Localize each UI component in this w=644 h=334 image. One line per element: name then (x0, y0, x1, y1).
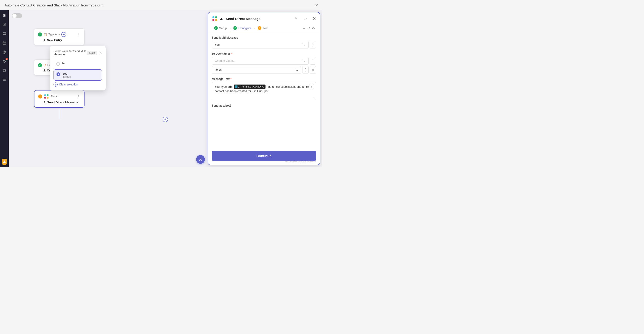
tab-setup-check: ✓ (214, 26, 218, 30)
panel-link-icon[interactable]: ⟳ (312, 26, 315, 30)
sidebar-item-download[interactable] (2, 22, 7, 27)
sidebar-item-clock[interactable] (2, 50, 7, 55)
reka-row: Reka ⌃⌄ ⋮ ✕ (212, 66, 316, 74)
sidebar: ⊞ 1 (0, 10, 9, 167)
page-title: Automate Contact Creation and Slack Noti… (4, 3, 103, 7)
node-menu-icon[interactable]: ⋮ (77, 32, 80, 37)
send-multi-message-menu[interactable]: ⋮ (310, 41, 316, 48)
version-text: ver. 2024-09-27T12:23-24300704 (285, 160, 316, 163)
message-text-label: Message Text * (212, 78, 316, 81)
node-trigger-icon[interactable] (61, 32, 66, 37)
chevrons-icon: ⌃⌄ (301, 59, 306, 62)
tab-setup[interactable]: ✓ Setup (212, 24, 229, 32)
tab-test-label: Test (263, 26, 268, 30)
tab-test-warn: ! (258, 26, 261, 30)
send-multi-message-value: Yes (215, 43, 220, 46)
dropdown-close-icon[interactable]: ✕ (99, 51, 102, 55)
reka-value-box[interactable]: Reka ⌃⌄ (212, 66, 301, 74)
tab-configure-label: Configure (238, 26, 251, 30)
svg-rect-16 (44, 94, 46, 96)
reka-menu[interactable]: ⋮ (302, 66, 309, 74)
option-yes-label: Yes (62, 72, 71, 75)
node-typeform[interactable]: ✓ 📋 Typeform ⋮ 1. New Entry (34, 28, 84, 45)
message-add-button[interactable]: + (309, 84, 314, 89)
message-text-area[interactable]: Your typeform 1. Form ID: VAg4pQnC has a… (212, 82, 316, 100)
svg-marker-15 (63, 34, 65, 36)
resize-handle: ⤡ (313, 96, 315, 99)
to-usernames-label: To Usernames * (212, 52, 316, 55)
node-status-check: ✓ (38, 32, 42, 36)
svg-rect-2 (3, 42, 6, 44)
radio-no (56, 62, 60, 66)
node-menu-icon[interactable]: ⋮ (77, 94, 80, 99)
sidebar-item-chat[interactable] (2, 31, 7, 36)
svg-rect-20 (212, 16, 214, 18)
panel-pencil-icon[interactable]: ✎ (295, 17, 298, 20)
msg-prefix: Your typeform (215, 85, 233, 88)
option-yes[interactable]: Yes ID: true (54, 69, 102, 81)
to-usernames-select[interactable]: Choose value... ⌃⌄ (212, 57, 309, 64)
to-usernames-menu[interactable]: ⋮ (310, 57, 316, 64)
sidebar-logo[interactable] (2, 159, 7, 164)
sidebar-item-calendar[interactable] (2, 40, 7, 46)
sidebar-item-list[interactable] (2, 77, 7, 82)
slack-icon (44, 94, 49, 99)
right-panel: 3. Send Direct Message ✎ ⤢ ✕ ✓ Setup › ✓… (208, 12, 320, 165)
automation-toggle[interactable] (12, 13, 22, 18)
option-no-label: No (62, 62, 66, 65)
svg-rect-18 (44, 97, 46, 98)
clear-icon: ⊗ (54, 82, 58, 86)
svg-point-11 (3, 79, 3, 79)
chevrons-icon: ⌃⌄ (301, 43, 306, 46)
sidebar-item-grid[interactable]: ⊞ (2, 13, 7, 18)
sync-badge: 1 (6, 58, 8, 60)
help-button[interactable] (196, 155, 205, 164)
add-step-button[interactable]: + (162, 117, 168, 122)
reka-chevrons-icon: ⌃⌄ (293, 68, 298, 72)
tab-configure[interactable]: ✓ Configure (231, 24, 254, 32)
tab-configure-check: ✓ (233, 26, 237, 30)
svg-point-7 (4, 70, 5, 71)
send-multi-message-dropdown: Select value for Send Multi Message Stat… (50, 46, 106, 90)
svg-marker-14 (3, 160, 6, 163)
panel-close-icon[interactable]: ✕ (312, 16, 316, 21)
send-multi-message-select[interactable]: Yes ⌃⌄ (212, 41, 309, 48)
tab-setup-label: Setup (219, 26, 227, 30)
message-text-field: Message Text * Your typeform 1. Form ID:… (212, 78, 316, 100)
close-icon[interactable]: ✕ (315, 3, 318, 8)
node-app-label: Typeform (48, 33, 60, 36)
clear-label: Clear selection (59, 83, 78, 86)
panel-body: Send Multi Message Yes ⌃⌄ ⋮ To Usernames… (208, 32, 320, 148)
sidebar-item-settings[interactable] (2, 68, 7, 73)
panel-refresh-icon[interactable]: ↺ (307, 26, 310, 30)
svg-rect-22 (212, 19, 214, 21)
node-step-title: 1. New Entry (44, 38, 80, 42)
panel-header: 3. Send Direct Message ✎ ⤢ ✕ ✓ Setup › ✓… (208, 12, 320, 32)
send-as-bot-field: Send as a bot? (212, 104, 316, 108)
tab-test[interactable]: ! Test (256, 24, 270, 32)
option-no[interactable]: No (54, 59, 102, 68)
svg-rect-17 (47, 94, 48, 96)
node-slack[interactable]: ! Slack ⋮ 3. Send Direct Message (34, 90, 84, 108)
dropdown-title: Select value for Send Multi Message (54, 50, 87, 56)
clear-selection-button[interactable]: ⊗ Clear selection (54, 82, 102, 86)
panel-slack-icon (212, 16, 218, 22)
panel-tabs: ✓ Setup › ✓ Configure › ! Test ✦ ↺ ⟳ (212, 24, 316, 32)
panel-sparkle-icon[interactable]: ✦ (302, 26, 306, 30)
panel-expand-icon[interactable]: ⤢ (304, 16, 307, 21)
node-app-label: Slack (50, 95, 57, 98)
send-multi-message-field: Send Multi Message Yes ⌃⌄ ⋮ (212, 36, 316, 48)
dropdown-header: Select value for Send Multi Message Stat… (54, 50, 102, 56)
static-badge: Static (87, 51, 98, 55)
radio-yes (56, 72, 60, 76)
reka-delete-button[interactable]: ✕ (310, 66, 316, 74)
svg-rect-21 (215, 16, 217, 18)
continue-button[interactable]: Continue (212, 151, 316, 161)
to-usernames-placeholder: Choose value... (215, 59, 236, 62)
sidebar-item-sync[interactable]: 1 (2, 59, 7, 64)
node-status-warn: ! (38, 94, 42, 98)
to-usernames-field: To Usernames * Choose value... ⌃⌄ ⋮ Reka… (212, 52, 316, 74)
send-multi-message-label: Send Multi Message (212, 36, 316, 39)
svg-point-25 (200, 158, 201, 160)
option-yes-sub: ID: true (62, 75, 71, 78)
